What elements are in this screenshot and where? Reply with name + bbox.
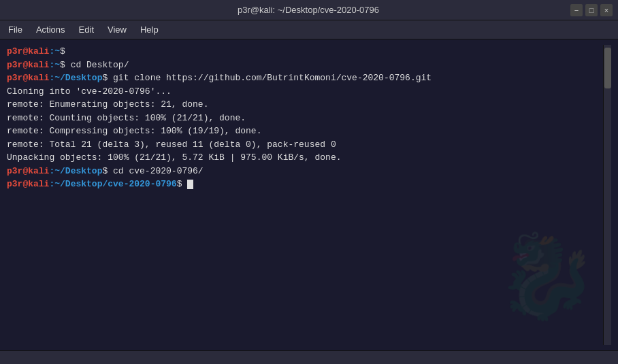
menubar: FileActionsEditViewHelp [0, 20, 618, 39]
terminal-line: Cloning into 'cve-2020-0796'... [7, 85, 603, 99]
terminal-line: remote: Total 21 (delta 3), reused 11 (d… [7, 138, 603, 152]
terminal-line: p3r@kali:~/Desktop/cve-2020-0796$ [7, 178, 603, 191]
terminal-line: remote: Compressing objects: 100% (19/19… [7, 125, 603, 138]
scrollbar[interactable] [603, 45, 611, 345]
terminal-line: p3r@kali:~/Desktop$ git clone https://gi… [7, 71, 603, 85]
terminal-line: Unpacking objects: 100% (21/21), 5.72 Ki… [7, 151, 603, 165]
minimize-button[interactable]: − [570, 4, 583, 16]
kali-watermark: 🐉 [495, 242, 598, 323]
menu-item-edit[interactable]: Edit [74, 23, 99, 36]
statusbar [0, 350, 618, 364]
menu-item-help[interactable]: Help [135, 23, 164, 36]
close-button[interactable]: × [600, 4, 613, 16]
terminal-line: p3r@kali:~/Desktop$ cd cve-2020-0796/ [7, 165, 603, 178]
terminal-line: p3r@kali:~$ cd Desktop/ [7, 59, 603, 72]
terminal-line: remote: Enumerating objects: 21, done. [7, 98, 603, 112]
menu-item-file[interactable]: File [3, 23, 28, 36]
menu-item-actions[interactable]: Actions [31, 23, 71, 36]
titlebar: p3r@kali: ~/Desktop/cve-2020-0796 − □ × [0, 0, 618, 20]
terminal-line: p3r@kali:~$ [7, 45, 603, 59]
titlebar-controls: − □ × [570, 4, 613, 16]
scrollbar-thumb[interactable] [604, 48, 611, 88]
terminal-line: remote: Counting objects: 100% (21/21), … [7, 112, 603, 125]
terminal[interactable]: 🐉 p3r@kali:~$p3r@kali:~$ cd Desktop/p3r@… [0, 39, 618, 350]
maximize-button[interactable]: □ [585, 4, 598, 16]
menu-item-view[interactable]: View [102, 23, 132, 36]
titlebar-title: p3r@kali: ~/Desktop/cve-2020-0796 [46, 5, 570, 15]
